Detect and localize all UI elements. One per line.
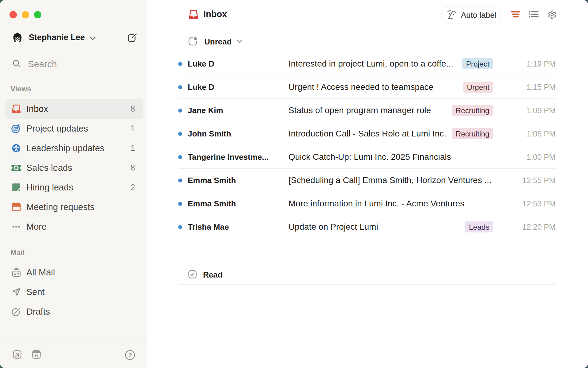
svg-text:?: ?	[128, 352, 132, 358]
svg-text:6: 6	[35, 353, 38, 358]
svg-text:N: N	[15, 351, 19, 358]
